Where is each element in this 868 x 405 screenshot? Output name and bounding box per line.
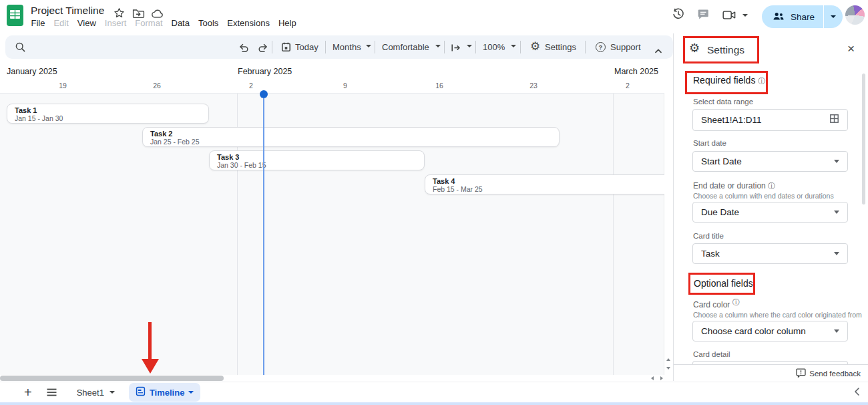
required-fields-header: Required fields ⓘ xyxy=(693,75,765,86)
timeline-card[interactable]: Task 2 Jan 25 - Feb 25 xyxy=(142,127,560,147)
card-dates: Jan 30 - Feb 15 xyxy=(217,161,424,170)
gear-icon: ⚙ xyxy=(689,42,700,54)
timeline-cards: Task 1 Jan 15 - Jan 30 Task 2 Jan 25 - F… xyxy=(0,0,665,375)
send-feedback-label: Send feedback xyxy=(809,370,861,378)
close-icon[interactable]: × xyxy=(847,41,855,56)
sheet-bar: + Sheet1 Timeline xyxy=(0,382,868,402)
chevron-down-icon xyxy=(834,211,839,214)
scroll-left-icon[interactable] xyxy=(651,376,654,380)
chevron-down-icon xyxy=(110,391,115,394)
horizontal-scrollbar-thumb[interactable] xyxy=(0,376,224,381)
card-title-value: Task xyxy=(701,249,834,259)
start-date-label: Start date xyxy=(693,139,726,147)
card-color-label: Card color ⓘ xyxy=(693,300,740,310)
optional-fields-header: Optional fields xyxy=(694,278,753,289)
card-color-value: Choose card color column xyxy=(701,326,834,336)
scroll-right-icon[interactable] xyxy=(660,376,663,380)
card-title-label: Card title xyxy=(693,232,724,240)
version-history-icon[interactable] xyxy=(672,7,685,23)
tab-sheet1[interactable]: Sheet1 xyxy=(77,388,115,398)
card-title: Task 4 xyxy=(433,177,665,185)
info-icon[interactable]: ⓘ xyxy=(768,182,775,190)
send-feedback-button[interactable]: Send feedback xyxy=(796,368,861,379)
chevron-down-icon xyxy=(834,252,839,255)
scroll-down-icon[interactable] xyxy=(666,367,670,370)
timeline-tab-label: Timeline xyxy=(150,388,185,398)
grid-range-picker-icon[interactable] xyxy=(829,114,839,126)
video-call-icon[interactable] xyxy=(722,10,736,23)
end-date-helper: Choose a column with end dates or durati… xyxy=(693,192,834,200)
share-people-icon xyxy=(773,11,785,23)
share-button[interactable]: Share xyxy=(762,5,823,28)
tab-timeline-active[interactable]: Timeline xyxy=(129,383,201,402)
card-color-helper: Choose a column where the card color ori… xyxy=(693,311,862,319)
chevron-down-icon xyxy=(831,15,836,18)
card-title: Task 2 xyxy=(150,130,559,138)
bottom-edge-strip xyxy=(0,402,868,405)
google-sheets-timeline-app: Project Timeline FileEditViewInsertForma… xyxy=(0,0,868,405)
today-marker-line xyxy=(263,98,264,375)
horizontal-scrollbar[interactable] xyxy=(0,375,664,382)
collapse-panel-icon[interactable] xyxy=(853,387,860,399)
info-icon[interactable]: ⓘ xyxy=(758,77,765,85)
feedback-bar: Send feedback xyxy=(674,364,868,381)
card-dates: Jan 15 - Jan 30 xyxy=(15,114,208,123)
timeline-tab-icon xyxy=(136,386,146,399)
info-icon[interactable]: ⓘ xyxy=(732,298,740,306)
vertical-scroll-gutter xyxy=(664,60,673,382)
timeline-card[interactable]: Task 1 Jan 15 - Jan 30 xyxy=(7,104,209,124)
data-range-label: Select data range xyxy=(693,98,753,106)
add-sheet-button[interactable]: + xyxy=(24,386,32,399)
data-range-value: Sheet1!A1:D11 xyxy=(701,115,829,125)
scroll-up-icon[interactable] xyxy=(666,358,670,361)
card-color-select[interactable]: Choose card color column xyxy=(692,321,848,342)
panel-scrollbar-thumb[interactable] xyxy=(862,74,865,205)
card-title-select[interactable]: Task xyxy=(692,243,848,264)
start-date-value: Start Date xyxy=(701,156,834,166)
chevron-down-icon xyxy=(188,391,194,394)
card-title: Task 1 xyxy=(15,106,208,114)
comment-icon[interactable] xyxy=(697,9,710,23)
card-dates: Feb 15 - Mar 25 xyxy=(433,185,665,194)
end-date-value: Due Date xyxy=(701,207,834,217)
account-avatar[interactable] xyxy=(845,5,865,25)
sheet1-tab-label: Sheet1 xyxy=(77,388,104,398)
share-button-group: Share xyxy=(762,5,843,28)
all-sheets-menu-icon[interactable] xyxy=(47,388,57,396)
card-dates: Jan 25 - Feb 25 xyxy=(150,138,559,146)
video-call-dropdown-icon[interactable] xyxy=(742,14,748,17)
settings-panel-title: Settings xyxy=(707,44,744,56)
card-title: Task 3 xyxy=(217,153,424,161)
share-label: Share xyxy=(791,12,815,22)
share-dropdown-button[interactable] xyxy=(823,5,843,28)
start-date-select[interactable]: Start Date xyxy=(692,151,848,172)
timeline-card[interactable]: Task 3 Jan 30 - Feb 15 xyxy=(209,150,425,170)
timeline-card[interactable]: Task 4 Feb 15 - Mar 25 xyxy=(425,174,665,194)
card-detail-label: Card detail xyxy=(693,350,730,358)
end-date-select[interactable]: Due Date xyxy=(692,202,848,223)
end-date-label: End date or duration ⓘ xyxy=(693,181,775,191)
data-range-input[interactable]: Sheet1!A1:D11 xyxy=(692,109,848,131)
chevron-down-icon xyxy=(834,329,839,333)
settings-panel: ⚙ Settings × Required fields ⓘ Select da… xyxy=(673,33,868,381)
chevron-down-icon xyxy=(834,160,839,163)
feedback-icon xyxy=(796,368,806,379)
today-marker-dot xyxy=(260,90,268,98)
